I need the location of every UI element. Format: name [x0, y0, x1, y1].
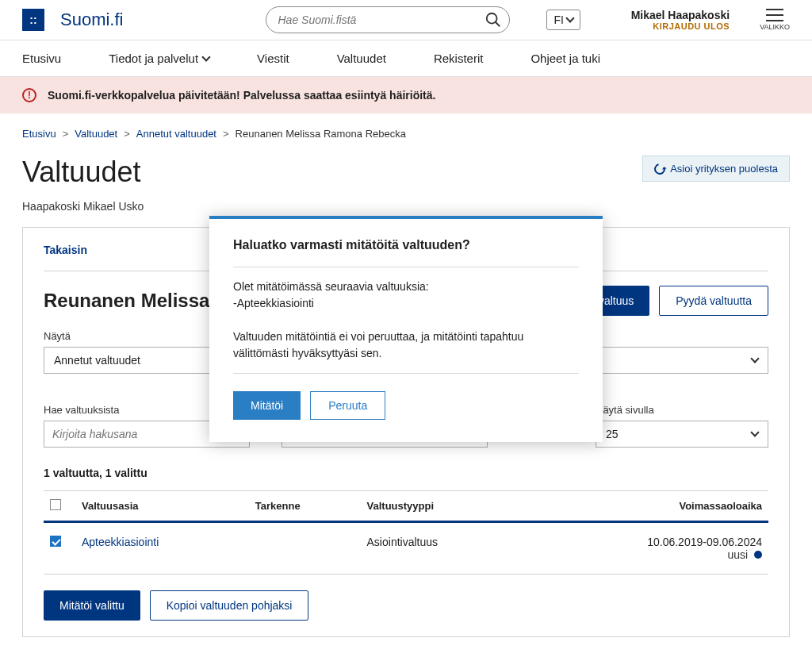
search-icon[interactable] [485, 11, 502, 29]
breadcrumb-sep: > [223, 128, 229, 140]
nav-viestit[interactable]: Viestit [257, 40, 313, 76]
row-status: uusi [727, 548, 748, 561]
hamburger-icon [766, 9, 783, 21]
modal-confirm-button[interactable]: Mitätöi [233, 391, 301, 420]
breadcrumb-sep: > [63, 128, 69, 140]
table-row: Apteekkiasiointi Asiointivaltuus 10.06.2… [44, 522, 768, 575]
modal-actions: Mitätöi Peruuta [233, 391, 579, 420]
count-text: 1 valtuutta, 1 valittu [44, 467, 768, 479]
valtuudet-table: Valtuusasia Tarkenne Valtuustyyppi Voima… [44, 490, 768, 575]
refresh-icon [653, 161, 668, 176]
row-period: 10.06.2019-09.06.2024 [528, 536, 762, 548]
chevron-down-icon [565, 13, 574, 22]
sub-name: Haapakoski Mikael Usko [22, 200, 790, 213]
modal-intro: Olet mitätöimässä seuraavia valtuuksia: [233, 279, 579, 295]
chevron-down-icon [201, 52, 210, 61]
col-subject: Valtuusasia [75, 491, 249, 522]
company-button-label: Asioi yrityksen puolesta [670, 163, 778, 175]
alert-text: Suomi.fi-verkkopalvelua päivitetään! Pal… [48, 89, 435, 102]
breadcrumb-current: Reunanen Melissa Ramona Rebecka [236, 128, 406, 140]
language-select[interactable]: FI [546, 10, 580, 30]
chevron-down-icon [750, 354, 759, 363]
status-dot-icon [754, 551, 762, 559]
show-value: Annetut valtuudet [54, 354, 140, 367]
nav-ohjeet[interactable]: Ohjeet ja tuki [530, 40, 624, 76]
svg-line-1 [496, 22, 500, 27]
svg-point-0 [487, 13, 497, 24]
language-value: FI [553, 13, 563, 26]
perpage-col: Näytä sivulla 25 [596, 390, 768, 448]
col-period: Voimassaoloaika [522, 491, 768, 522]
menu-button[interactable]: VALIKKO [760, 9, 790, 31]
row-tarkenne [249, 522, 361, 575]
perpage-value: 25 [606, 428, 619, 440]
alert-icon: ! [22, 88, 36, 102]
main-nav: Etusivu Tiedot ja palvelut Viestit Valtu… [0, 40, 812, 77]
chevron-down-icon [750, 428, 759, 436]
row-checkbox[interactable] [50, 536, 61, 547]
modal-body: Olet mitätöimässä seuraavia valtuuksia: … [233, 279, 579, 362]
select-all-checkbox[interactable] [50, 499, 61, 510]
nav-tiedot[interactable]: Tiedot ja palvelut [109, 40, 233, 76]
row-status-wrap: uusi [528, 548, 762, 561]
nav-etusivu[interactable]: Etusivu [22, 40, 85, 76]
global-search [266, 6, 510, 33]
action-row: Mitätöi valittu Kopioi valtuuden pohjaks… [44, 590, 768, 621]
search-input[interactable] [266, 6, 510, 33]
breadcrumb-link[interactable]: Annetut valtuudet [136, 128, 216, 140]
modal-divider [233, 267, 579, 267]
perpage-label: Näytä sivulla [596, 404, 768, 416]
page-title: Valtuudet [22, 156, 140, 189]
nav-rekisterit[interactable]: Rekisterit [434, 40, 508, 76]
col-checkbox [44, 491, 75, 522]
modal-item: -Apteekkiasiointi [233, 295, 579, 312]
company-button[interactable]: Asioi yrityksen puolesta [642, 156, 790, 182]
col-tarkenne: Tarkenne [249, 491, 361, 522]
row-period-cell: 10.06.2019-09.06.2024 uusi [522, 522, 768, 575]
breadcrumb-link[interactable]: Etusivu [22, 128, 56, 140]
breadcrumb: Etusivu > Valtuudet > Annetut valtuudet … [22, 128, 790, 140]
page-title-row: Valtuudet Asioi yrityksen puolesta [22, 156, 790, 189]
invalidate-selected-button[interactable]: Mitätöi valittu [44, 590, 140, 621]
modal-divider [233, 373, 579, 374]
logout-link[interactable]: KIRJAUDU ULOS [631, 21, 730, 31]
modal-cancel-button[interactable]: Peruuta [310, 391, 385, 420]
user-name: Mikael Haapakoski [631, 9, 730, 21]
col-type: Valtuustyyppi [361, 491, 523, 522]
menu-label: VALIKKO [760, 23, 790, 31]
copy-template-button[interactable]: Kopioi valtuuden pohjaksi [150, 590, 309, 621]
row-subject[interactable]: Apteekkiasiointi [82, 536, 159, 548]
modal-title: Haluatko varmasti mitätöitä valtuuden? [233, 238, 579, 252]
breadcrumb-link[interactable]: Valtuudet [75, 128, 117, 140]
nav-tiedot-label: Tiedot ja palvelut [109, 52, 198, 65]
perpage-dropdown[interactable]: 25 [596, 421, 768, 448]
breadcrumb-sep: > [124, 128, 130, 140]
nav-valtuudet[interactable]: Valtuudet [337, 40, 410, 76]
confirm-modal: Haluatko varmasti mitätöitä valtuuden? O… [209, 216, 603, 442]
user-block: Mikael Haapakoski KIRJAUDU ULOS [631, 9, 730, 31]
row-type: Asiointivaltuus [361, 522, 523, 575]
header: :: Suomi.fi FI Mikael Haapakoski KIRJAUD… [0, 0, 812, 40]
pyyda-valtuutta-button[interactable]: Pyydä valtuutta [659, 286, 768, 316]
alert-banner: ! Suomi.fi-verkkopalvelua päivitetään! P… [0, 77, 812, 113]
logo-text: Suomi.fi [60, 10, 123, 30]
logo-icon: :: [22, 9, 44, 31]
modal-note: Valtuuden mitätöintiä ei voi peruuttaa, … [233, 329, 579, 362]
